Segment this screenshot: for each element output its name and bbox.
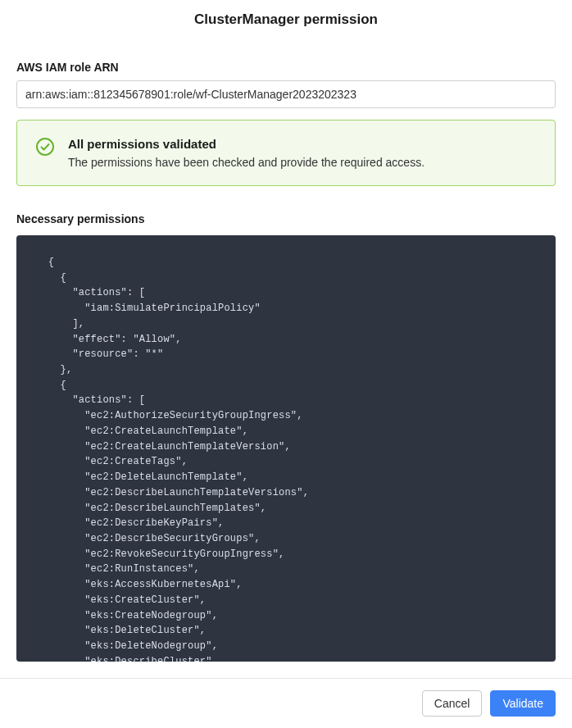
svg-point-0 [37,139,53,155]
permissions-label: Necessary permissions [16,212,556,225]
modal-title: ClusterManager permission [16,11,556,28]
validation-alert: All permissions validated The permission… [16,120,556,186]
alert-title: All permissions validated [68,137,538,151]
arn-input[interactable] [16,80,556,108]
modal-footer: Cancel Validate [0,678,572,728]
alert-content: All permissions validated The permission… [68,137,538,169]
modal-body: AWS IAM role ARN All permissions validat… [0,39,572,678]
permissions-code: { { "actions": [ "iam:SimulatePrincipalP… [36,255,536,662]
cancel-button[interactable]: Cancel [422,690,483,717]
alert-description: The permissions have been checked and pr… [68,156,538,169]
check-circle-icon [35,137,55,160]
arn-label: AWS IAM role ARN [16,61,556,74]
modal-header: ClusterManager permission [0,0,572,39]
permissions-code-block: { { "actions": [ "iam:SimulatePrincipalP… [16,235,556,662]
validate-button[interactable]: Validate [490,690,556,717]
